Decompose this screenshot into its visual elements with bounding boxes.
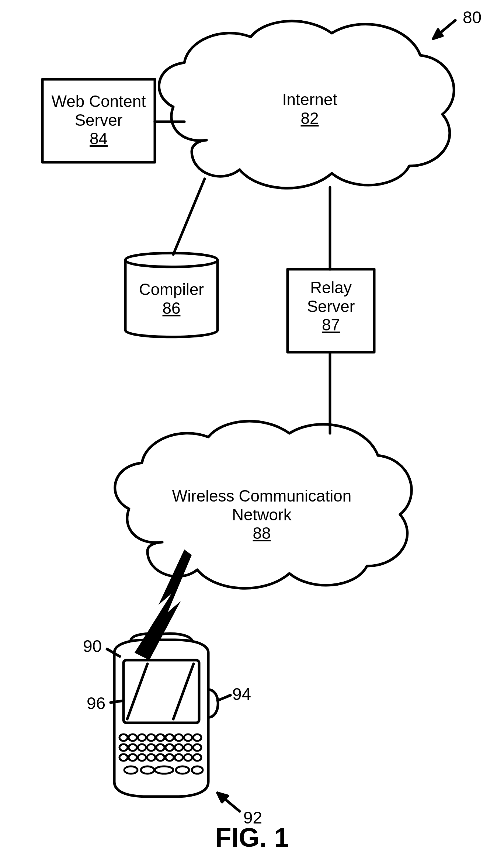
svg-point-25	[138, 754, 146, 761]
svg-line-4	[173, 664, 194, 719]
system-ref-arrow	[433, 20, 455, 39]
svg-point-30	[184, 754, 192, 761]
internet-title: Internet	[236, 90, 383, 109]
svg-point-31	[193, 754, 201, 761]
wireless-net-label: Wireless Communication Network 88	[151, 487, 372, 543]
relay-server-title: Relay Server	[288, 278, 374, 316]
device-ref-top: 90	[83, 636, 102, 656]
internet-num: 82	[301, 109, 319, 128]
svg-point-9	[156, 734, 164, 741]
relay-server-label: Relay Server 87	[288, 278, 374, 334]
svg-point-26	[147, 754, 155, 761]
wireless-net-title: Wireless Communication Network	[151, 487, 372, 524]
relay-server-num: 87	[322, 316, 340, 334]
svg-point-36	[192, 766, 203, 774]
figure-canvas: Web Content Server 84 Internet 82 Compil…	[0, 0, 504, 860]
svg-point-15	[129, 744, 137, 751]
web-content-server-title: Web Content Server	[42, 92, 155, 129]
svg-point-6	[129, 734, 137, 741]
svg-point-14	[119, 744, 128, 751]
connector-compiler-internet	[173, 179, 205, 254]
svg-point-16	[138, 744, 146, 751]
svg-point-21	[184, 744, 192, 751]
wireless-signal-icon	[135, 549, 192, 660]
ref-92-arrow	[218, 793, 240, 811]
mobile-device	[114, 634, 218, 797]
svg-point-35	[176, 766, 189, 774]
svg-point-29	[175, 754, 183, 761]
compiler-num: 86	[163, 299, 181, 318]
svg-line-3	[127, 664, 147, 719]
svg-point-32	[124, 766, 138, 774]
svg-point-18	[156, 744, 164, 751]
ref-94-leader	[218, 695, 230, 701]
svg-point-28	[166, 754, 174, 761]
svg-point-22	[193, 744, 201, 751]
compiler-label: Compiler 86	[125, 280, 218, 318]
web-content-server-label: Web Content Server 84	[42, 92, 155, 148]
svg-point-5	[119, 734, 128, 741]
svg-point-27	[156, 754, 164, 761]
svg-point-11	[175, 734, 183, 741]
ref-96-leader	[111, 701, 124, 703]
svg-point-8	[147, 734, 155, 741]
svg-point-20	[175, 744, 183, 751]
device-ref-right: 94	[232, 684, 251, 704]
svg-point-33	[141, 766, 154, 774]
svg-point-24	[129, 754, 137, 761]
svg-point-17	[147, 744, 155, 751]
web-content-server-num: 84	[90, 129, 108, 148]
svg-point-7	[138, 734, 146, 741]
device-ref-left: 96	[87, 693, 105, 713]
svg-point-19	[166, 744, 174, 751]
wireless-net-num: 88	[253, 524, 271, 543]
svg-rect-2	[124, 660, 199, 723]
figure-caption: FIG. 1	[0, 822, 504, 853]
svg-point-23	[119, 754, 128, 761]
compiler-title: Compiler	[125, 280, 218, 299]
internet-label: Internet 82	[236, 90, 383, 128]
system-ref-num: 80	[463, 7, 482, 27]
svg-point-10	[166, 734, 174, 741]
svg-point-12	[184, 734, 192, 741]
svg-point-34	[155, 766, 173, 774]
svg-point-13	[193, 734, 201, 741]
